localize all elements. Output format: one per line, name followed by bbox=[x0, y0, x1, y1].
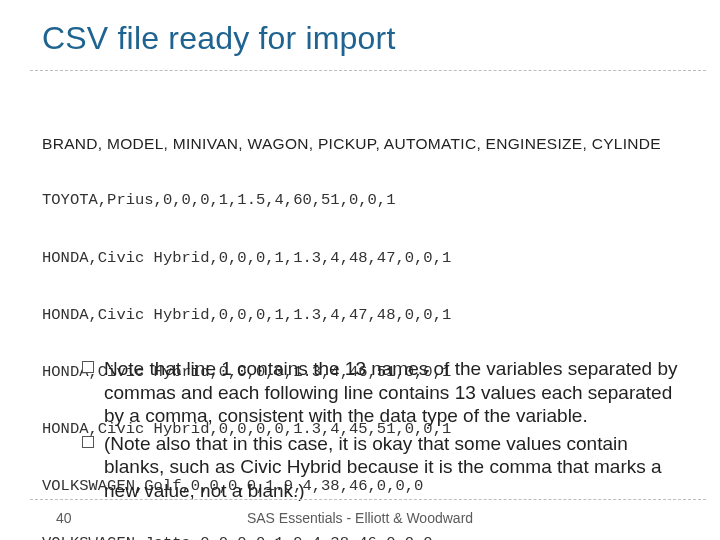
csv-row: TOYOTA,Prius,0,0,0,1,1.5,4,60,51,0,0,1 bbox=[42, 191, 706, 210]
footer-text: SAS Essentials - Elliott & Woodward bbox=[0, 510, 720, 526]
footer-rule bbox=[30, 499, 706, 500]
csv-row: HONDA,Civic Hybrid,0,0,0,1,1.3,4,48,47,0… bbox=[42, 249, 706, 268]
bullet-item: Note that line 1 contains the 13 names o… bbox=[82, 357, 684, 428]
slide: CSV file ready for import BRAND, MODEL, … bbox=[0, 0, 720, 540]
title-rule bbox=[30, 70, 706, 71]
csv-header-line: BRAND, MODEL, MINIVAN, WAGON, PICKUP, AU… bbox=[42, 134, 706, 153]
csv-row: VOLKSWAGEN,Jetta,0,0,0,0,1.9,4,38,46,0,0… bbox=[42, 534, 706, 540]
csv-row: HONDA,Civic Hybrid,0,0,0,1,1.3,4,47,48,0… bbox=[42, 306, 706, 325]
bullet-list: Note that line 1 contains the 13 names o… bbox=[42, 357, 684, 506]
slide-title: CSV file ready for import bbox=[42, 20, 396, 57]
bullet-item: (Note also that in this case, it is okay… bbox=[82, 432, 684, 503]
